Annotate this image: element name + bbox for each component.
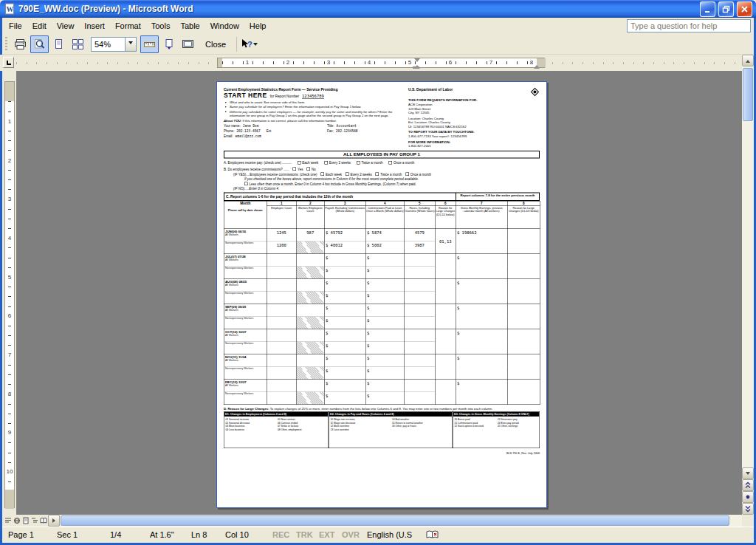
horizontal-scroll-thumb[interactable] (61, 515, 729, 526)
right-indent-marker[interactable] (534, 62, 540, 69)
month-cell: NOV(11) 11/24All Workers (224, 354, 267, 367)
left-tab-icon (7, 61, 11, 65)
vertical-ruler[interactable]: 1 2 3 4 5 6 7 8 9 10 (2, 71, 16, 515)
col-header: Employee Count (267, 206, 296, 229)
cell (296, 304, 324, 317)
agency-block: U.S. Department of Labor THIS FORM REQUE… (408, 87, 540, 148)
reason-code-boxes: D1. Changes in Employment (Columns 6 and… (224, 411, 540, 448)
menu-window[interactable]: Window (205, 19, 244, 32)
horizontal-scrollbar[interactable] (48, 515, 742, 527)
status-ovr-toggle[interactable]: OVR (342, 530, 360, 539)
vertical-scroll-thumb[interactable] (743, 68, 753, 121)
cell: $ (365, 254, 404, 267)
word-document-icon: W (4, 3, 16, 15)
cell (267, 342, 296, 354)
print-layout-view-button[interactable] (21, 516, 30, 526)
shrink-to-fit-button[interactable] (159, 35, 178, 53)
bottom-margin-zone (5, 490, 14, 509)
cell (435, 304, 456, 329)
menu-format[interactable]: Format (110, 19, 146, 32)
checkbox-comm-each-week (320, 173, 324, 176)
hatched-cell (296, 392, 324, 405)
col-header: Reason for Large Changes (D1-D3 below) (507, 206, 540, 229)
section-c-right: Report columns 7-8 for the entire previo… (456, 192, 540, 201)
left-indent-marker[interactable] (413, 66, 419, 69)
zoom-combo[interactable]: 54% (91, 37, 137, 52)
checkbox-yes (293, 168, 297, 171)
cell (296, 354, 324, 367)
menu-insert[interactable]: Insert (79, 19, 110, 32)
toolbar-grip[interactable] (5, 37, 7, 52)
cell: $ (365, 304, 404, 317)
less-often-label: Less often than once a month. Enter 0 in… (250, 182, 416, 185)
tab-stop-selector[interactable] (3, 57, 14, 68)
scroll-down-button[interactable] (742, 467, 754, 479)
cell: $ (324, 329, 365, 342)
status-section[interactable]: Sec 1 (57, 530, 78, 539)
reading-layout-view-button[interactable] (39, 516, 47, 526)
vertical-scrollbar[interactable] (742, 55, 754, 515)
table-row: DEC(12) 12/27All Workers $ $ $ (224, 380, 540, 392)
question-help-input[interactable] (628, 21, 750, 30)
checkbox-once-a-month (389, 161, 393, 165)
menu-view[interactable]: View (52, 19, 80, 32)
menu-tools[interactable]: Tools (146, 19, 176, 32)
restore-button[interactable] (718, 1, 734, 17)
zoom-value: 54% (92, 40, 125, 49)
title-bar[interactable]: W 790E_WW.doc (Preview) - Microsoft Word (0, 0, 756, 18)
horizontal-ruler[interactable]: 1 2 3 4 5 6 7 8 (0, 55, 742, 71)
ruler-number: 5 (408, 58, 412, 67)
spelling-status-icon[interactable] (426, 529, 439, 541)
scroll-right-button[interactable] (48, 515, 60, 527)
zoom-dropdown-arrow[interactable] (125, 38, 136, 51)
print-button[interactable] (11, 35, 30, 53)
hatched-cell (296, 241, 324, 254)
reason-code: 13 Less overtime (331, 428, 390, 431)
web-layout-view-button[interactable] (13, 516, 21, 526)
month-cell: AUG(08) 08/25All Workers (224, 279, 267, 292)
phone-label: Phone: (224, 129, 234, 133)
cell (267, 317, 296, 329)
cell: $ (365, 267, 404, 279)
select-browse-object-button[interactable] (742, 491, 754, 503)
cell (267, 329, 296, 342)
status-rec-toggle[interactable]: REC (272, 530, 289, 539)
scroll-up-button[interactable] (742, 55, 754, 66)
one-page-button[interactable] (49, 35, 68, 53)
status-page[interactable]: Page 1 (8, 530, 34, 539)
cell (507, 279, 540, 304)
status-ext-toggle[interactable]: EXT (319, 530, 334, 539)
status-trk-toggle[interactable]: TRK (296, 530, 313, 539)
status-page-of[interactable]: 1/4 (110, 530, 121, 539)
magnifier-button[interactable] (30, 35, 49, 53)
minimize-button[interactable] (700, 1, 715, 17)
section-b-label: B. Do employees receive commissions? ...… (224, 167, 289, 171)
cell: $ (365, 392, 404, 405)
previous-page-button[interactable] (742, 479, 754, 491)
cell: $ (365, 329, 404, 342)
vertical-ruler-strip[interactable]: 1 2 3 4 5 6 7 8 9 10 (4, 81, 15, 508)
cell (507, 304, 540, 329)
menu-help[interactable]: Help (244, 19, 272, 32)
next-page-button[interactable] (742, 503, 754, 515)
cell (404, 392, 435, 405)
cell (435, 279, 456, 304)
menu-edit[interactable]: Edit (27, 19, 52, 32)
cell (404, 267, 435, 279)
help-dropdown-arrow[interactable] (253, 43, 258, 48)
view-ruler-button[interactable] (140, 35, 159, 53)
status-language[interactable]: English (U.S (367, 530, 412, 539)
document-page[interactable]: Current Employment Statistics Report For… (216, 81, 547, 508)
help-button[interactable]: ? (240, 35, 258, 53)
normal-view-button[interactable] (4, 516, 12, 526)
outline-view-button[interactable] (30, 516, 38, 526)
menu-file[interactable]: File (4, 19, 27, 32)
cell (435, 254, 456, 279)
full-screen-button[interactable] (179, 35, 197, 53)
close-preview-button[interactable]: Close (198, 35, 233, 53)
ruler-strip[interactable]: 1 2 3 4 5 6 7 8 (217, 58, 545, 68)
multiple-pages-button[interactable] (69, 35, 87, 53)
menu-table[interactable]: Table (175, 19, 205, 32)
fax-label: Fax: (327, 129, 334, 133)
close-button[interactable] (737, 1, 752, 17)
